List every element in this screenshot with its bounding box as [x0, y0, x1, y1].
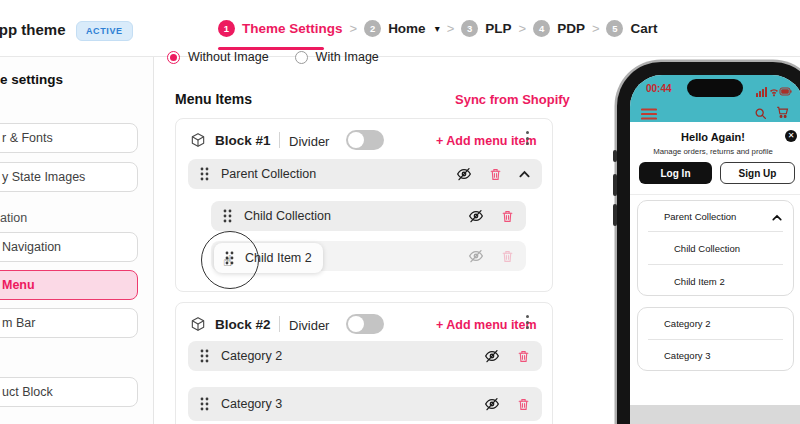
chevron-right-separator: >: [350, 21, 358, 36]
sidebar-item-empty-state-images[interactable]: y State Images: [0, 162, 138, 192]
preview-item-category-3[interactable]: Category 3: [638, 340, 793, 371]
breadcrumb-theme-settings[interactable]: 1 Theme Settings: [218, 20, 343, 37]
step-number: 5: [606, 20, 623, 37]
phone-volume-down-button: [613, 204, 617, 226]
preview-menu-group-1: Parent Collection Child Collection Child…: [637, 200, 794, 296]
sidebar-heading: e settings: [0, 72, 63, 87]
block-header: Block #2 Divider + Add menu item: [176, 303, 552, 343]
sidebar-item-bottom-bar[interactable]: m Bar: [0, 308, 138, 338]
preview-item-parent-collection[interactable]: Parent Collection: [638, 201, 793, 231]
phone-mute-button: [613, 150, 617, 162]
drag-handle-icon[interactable]: [223, 209, 232, 223]
image-mode-radio-group: Without Image With Image: [167, 50, 379, 64]
search-icon[interactable]: [754, 106, 767, 124]
preview-menu-group-2: Category 2 Category 3: [637, 307, 794, 371]
sidebar-item-product-block[interactable]: uct Block: [0, 377, 138, 407]
status-time: 00:44: [646, 83, 672, 94]
preview-item-child-item-2[interactable]: Child Item 2: [638, 265, 793, 297]
radio-with-image[interactable]: With Image: [295, 50, 379, 64]
block-name: Block #2: [215, 317, 271, 332]
chevron-up-icon[interactable]: [519, 170, 530, 178]
section-divider: [630, 194, 800, 195]
settings-sidebar: e settings r & Fonts y State Images atio…: [0, 57, 154, 424]
menu-block-1: Block #1 Divider + Add menu item Parent …: [175, 118, 553, 292]
preview-item-child-collection[interactable]: Child Collection: [638, 232, 793, 264]
sidebar-item-fonts[interactable]: r & Fonts: [0, 123, 138, 153]
trash-icon[interactable]: [489, 167, 502, 182]
trash-icon[interactable]: [517, 349, 530, 364]
sidebar-item-menu[interactable]: Menu: [0, 270, 138, 300]
radio-without-image[interactable]: Without Image: [167, 50, 269, 64]
auth-buttons: Log In Sign Up: [639, 162, 795, 184]
hide-eye-icon[interactable]: [484, 348, 500, 364]
app-theme-editor: App theme ACTIVE 1 Theme Settings > 2 Ho…: [0, 0, 800, 424]
status-badge: ACTIVE: [76, 21, 133, 41]
sidebar-item-navigation[interactable]: Navigation: [0, 232, 138, 262]
trash-icon[interactable]: [501, 249, 514, 264]
step-number: 4: [533, 20, 550, 37]
greeting-title: Hello Again!: [630, 131, 796, 143]
block-header: Block #1 Divider + Add menu item: [176, 119, 552, 159]
divider-toggle-label: Divider: [289, 134, 329, 149]
kebab-menu-icon[interactable]: [520, 131, 534, 149]
radio-selected-icon: [167, 51, 180, 64]
top-bar: App theme ACTIVE 1 Theme Settings > 2 Ho…: [0, 0, 800, 57]
preview-bottom-bar: [630, 405, 800, 424]
hide-eye-icon[interactable]: [468, 248, 484, 264]
breadcrumb-pdp[interactable]: 4 PDP: [533, 20, 585, 37]
divider-line: [279, 132, 280, 148]
menu-block-2: Block #2 Divider + Add menu item Categor…: [175, 302, 553, 424]
close-icon[interactable]: ✕: [785, 130, 797, 142]
breadcrumb-home[interactable]: 2 Home ▾: [364, 20, 440, 37]
step-number: 2: [364, 20, 381, 37]
phone-screen: 00:44: [630, 75, 800, 424]
block-name: Block #1: [215, 133, 271, 148]
chevron-right-separator: >: [592, 21, 600, 36]
chevron-right-separator: >: [447, 21, 455, 36]
chevron-up-icon[interactable]: [772, 212, 782, 223]
cart-icon[interactable]: [775, 105, 790, 123]
dynamic-island: [687, 79, 743, 97]
divider-toggle[interactable]: [346, 130, 384, 150]
drag-handle-icon[interactable]: [200, 167, 209, 181]
divider-line: [279, 316, 280, 332]
sidebar-section-navigation: ation: [0, 211, 27, 225]
block-cube-icon: [190, 316, 206, 336]
trash-icon[interactable]: [517, 397, 530, 412]
divider-toggle-label: Divider: [289, 318, 329, 333]
block-cube-icon: [190, 132, 206, 152]
hide-eye-icon[interactable]: [456, 166, 472, 182]
breadcrumb-plp[interactable]: 3 PLP: [461, 20, 511, 37]
sync-from-shopify-link[interactable]: Sync from Shopify: [455, 92, 570, 107]
section-title: Menu Items: [175, 91, 252, 107]
hide-eye-icon[interactable]: [468, 208, 484, 224]
caret-down-icon[interactable]: ▾: [435, 23, 440, 34]
signup-button[interactable]: Sign Up: [720, 162, 795, 184]
menu-row-category-3[interactable]: Category 3: [188, 387, 542, 421]
kebab-menu-icon[interactable]: [520, 315, 534, 333]
menu-row-parent-collection[interactable]: Parent Collection: [188, 159, 542, 189]
hide-eye-icon[interactable]: [484, 396, 500, 412]
step-number: 1: [218, 20, 235, 37]
phone-preview: 00:44: [617, 62, 800, 424]
radio-unselected-icon: [295, 51, 308, 64]
hamburger-menu-icon[interactable]: [641, 106, 657, 124]
hand-cursor-icon: ☝: [223, 252, 232, 270]
phone-volume-up-button: [613, 174, 617, 196]
chevron-right-separator: >: [519, 21, 527, 36]
drag-handle-icon[interactable]: [200, 397, 209, 411]
app-title: App theme: [0, 21, 66, 38]
drag-handle-icon[interactable]: [200, 349, 209, 363]
breadcrumb-cart[interactable]: 5 Cart: [606, 20, 657, 37]
menu-row-category-2[interactable]: Category 2: [188, 341, 542, 371]
trash-icon[interactable]: [501, 209, 514, 224]
login-button[interactable]: Log In: [639, 162, 712, 184]
status-icons: [756, 83, 792, 101]
greeting-subtitle: Manage orders, returns and profile: [630, 147, 796, 156]
step-number: 3: [461, 20, 478, 37]
menu-row-child-collection[interactable]: Child Collection: [211, 201, 526, 231]
divider-toggle[interactable]: [346, 314, 384, 334]
preview-item-category-2[interactable]: Category 2: [638, 308, 793, 339]
